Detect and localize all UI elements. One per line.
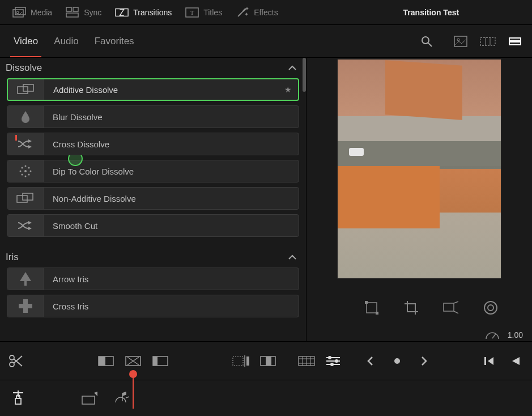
- drop-icon: [7, 106, 44, 128]
- lock-track-button[interactable]: [8, 388, 28, 409]
- playback-group: [480, 353, 524, 370]
- speed-gauge-icon[interactable]: [485, 330, 500, 340]
- svg-rect-33: [367, 303, 377, 313]
- transition-item[interactable]: Additive Dissolve ★: [7, 78, 299, 101]
- svg-rect-65: [484, 357, 486, 365]
- search-button[interactable]: [415, 30, 438, 53]
- audio-track-button[interactable]: [111, 388, 131, 409]
- tab-video[interactable]: Video: [6, 25, 46, 57]
- tab-audio[interactable]: Audio: [46, 25, 86, 57]
- main-area: Dissolve Additive Dissolve ★ Blur Dissol…: [0, 58, 532, 341]
- chevron-up-icon[interactable]: [288, 254, 297, 260]
- edit-strip: [0, 341, 532, 380]
- jog-next-button[interactable]: [416, 353, 433, 370]
- nav-media[interactable]: Media: [6, 0, 59, 24]
- video-track-button[interactable]: [79, 388, 100, 409]
- svg-rect-32: [19, 304, 32, 308]
- crop-icon: [404, 300, 419, 315]
- skip-back-icon: [482, 356, 495, 366]
- view-thumbnail[interactable]: [449, 30, 472, 53]
- audio-track-icon: [112, 391, 130, 406]
- preview-panel: 1.00: [306, 58, 532, 341]
- arrow-up-icon: [7, 268, 44, 290]
- timeline-view-button[interactable]: [298, 353, 315, 370]
- transform-tool[interactable]: [363, 299, 380, 316]
- split-button[interactable]: [8, 353, 24, 370]
- transform-icon: [364, 300, 379, 315]
- preview-viewport[interactable]: [337, 59, 501, 279]
- viewer-tools: [363, 299, 521, 316]
- timeline-strip: [0, 380, 532, 416]
- svg-rect-16: [510, 39, 520, 40]
- jog-group: [361, 353, 433, 370]
- category-header-dissolve[interactable]: Dissolve: [0, 58, 306, 78]
- tab-favorites[interactable]: Favorites: [87, 25, 142, 57]
- svg-rect-36: [444, 303, 454, 311]
- sync-icon: [66, 6, 79, 19]
- category-header-iris[interactable]: Iris: [0, 247, 306, 268]
- chevron-right-icon: [420, 356, 428, 366]
- speed-value[interactable]: 1.00: [508, 330, 523, 339]
- default-marker: [15, 135, 17, 141]
- play-reverse-button[interactable]: [507, 353, 524, 370]
- circle-slash-icon: [483, 300, 498, 315]
- view-filmstrip[interactable]: [476, 30, 499, 53]
- transitions-icon: [115, 6, 129, 19]
- insert-clip-button[interactable]: [97, 353, 114, 370]
- chevron-left-icon: [366, 356, 374, 366]
- insert-left-icon: [98, 355, 114, 367]
- timeline-options-button[interactable]: [325, 353, 341, 370]
- transition-item[interactable]: Cross Dissolve: [7, 133, 299, 155]
- jog-prev-button[interactable]: [361, 353, 378, 370]
- view-list[interactable]: [504, 30, 526, 53]
- nav-effects[interactable]: Effects: [229, 0, 285, 24]
- overwrite-clip-button[interactable]: [125, 353, 142, 370]
- transition-item[interactable]: Dip To Color Dissolve: [7, 160, 299, 182]
- nav-transitions[interactable]: Transitions: [108, 0, 178, 24]
- list-icon: [508, 36, 522, 47]
- transition-label: Blur Dissolve: [44, 112, 299, 122]
- video-track-icon: [80, 392, 99, 405]
- transition-item[interactable]: Non-Additive Dissolve: [7, 187, 299, 210]
- item-list-iris: Arrow Iris Cross Iris: [0, 268, 306, 317]
- replace-clip-button[interactable]: [152, 353, 169, 370]
- overlap-icon: [7, 188, 44, 209]
- playhead[interactable]: [133, 375, 134, 409]
- favorite-star-icon[interactable]: ★: [284, 85, 298, 94]
- svg-rect-4: [73, 7, 78, 11]
- filmstrip-icon: [480, 36, 496, 47]
- transition-item[interactable]: Cross Iris: [7, 295, 299, 317]
- nav-effects-label: Effects: [254, 8, 278, 17]
- svg-rect-67: [82, 396, 95, 404]
- stabilize-tool[interactable]: [482, 299, 499, 316]
- item-list-dissolve: Additive Dissolve ★ Blur Dissolve Cross …: [0, 78, 306, 237]
- speed-row: 1.00: [485, 330, 523, 340]
- svg-point-24: [29, 171, 31, 172]
- search-icon: [420, 35, 433, 48]
- svg-rect-5: [66, 13, 78, 17]
- nav-titles[interactable]: T Titles: [178, 0, 229, 24]
- insert-group: [97, 353, 169, 370]
- nav-sync[interactable]: Sync: [59, 0, 108, 24]
- transition-label: Dip To Color Dissolve: [44, 167, 299, 176]
- svg-rect-17: [510, 43, 520, 44]
- transition-item[interactable]: Arrow Iris: [7, 268, 299, 290]
- transition-item[interactable]: Smooth Cut: [7, 214, 299, 237]
- chevron-up-icon[interactable]: [288, 65, 297, 71]
- shuffle-icon: [7, 215, 44, 236]
- insert-right-icon: [152, 355, 168, 367]
- dynamic-zoom-icon: [443, 301, 459, 315]
- append-to-end-button[interactable]: [232, 353, 249, 370]
- lock-track-icon: [10, 389, 27, 407]
- nav-media-label: Media: [31, 8, 52, 17]
- ripple-overwrite-button[interactable]: [259, 353, 276, 370]
- ripple-icon: [260, 355, 276, 367]
- svg-point-9: [422, 37, 429, 44]
- dynamic-zoom-tool[interactable]: [442, 299, 459, 316]
- svg-point-64: [394, 358, 400, 364]
- svg-point-21: [24, 165, 26, 167]
- transition-item[interactable]: Blur Dissolve: [7, 105, 299, 128]
- go-start-button[interactable]: [480, 353, 497, 370]
- image-icon: [454, 36, 467, 47]
- crop-tool[interactable]: [403, 299, 420, 316]
